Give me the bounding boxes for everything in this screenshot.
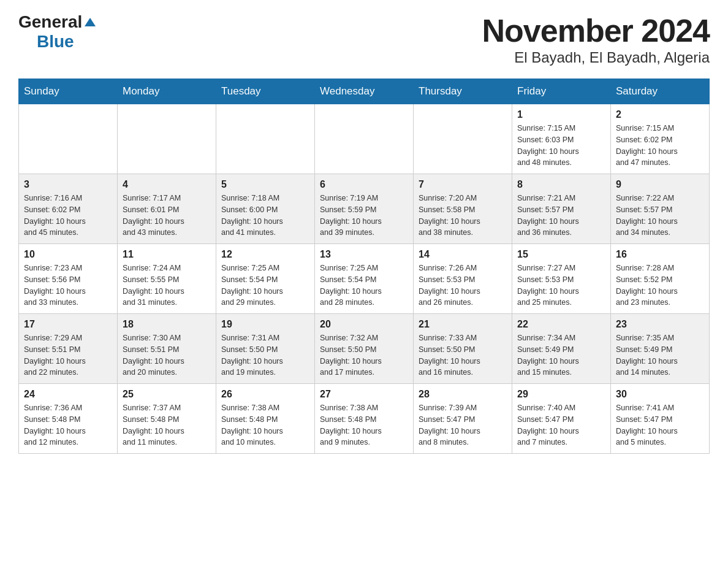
page-subtitle: El Bayadh, El Bayadh, Algeria xyxy=(482,49,710,66)
day-info: Sunrise: 7:37 AMSunset: 5:48 PMDaylight:… xyxy=(123,402,211,448)
calendar-cell xyxy=(414,104,512,174)
day-number: 8 xyxy=(517,179,605,190)
day-number: 30 xyxy=(616,389,704,400)
day-number: 2 xyxy=(616,109,704,120)
column-header-friday: Friday xyxy=(512,79,611,104)
day-info: Sunrise: 7:15 AMSunset: 6:02 PMDaylight:… xyxy=(616,123,704,169)
day-number: 24 xyxy=(24,389,112,400)
calendar-cell: 12Sunrise: 7:25 AMSunset: 5:54 PMDayligh… xyxy=(216,244,315,314)
day-number: 28 xyxy=(419,389,507,400)
day-number: 14 xyxy=(419,249,507,260)
day-info: Sunrise: 7:21 AMSunset: 5:57 PMDaylight:… xyxy=(517,193,605,239)
calendar-cell: 3Sunrise: 7:16 AMSunset: 6:02 PMDaylight… xyxy=(19,174,118,244)
calendar-week-row: 17Sunrise: 7:29 AMSunset: 5:51 PMDayligh… xyxy=(19,314,710,384)
logo: General Blue xyxy=(18,12,96,52)
calendar-cell: 14Sunrise: 7:26 AMSunset: 5:53 PMDayligh… xyxy=(414,244,512,314)
day-number: 17 xyxy=(24,319,112,330)
day-number: 18 xyxy=(123,319,211,330)
day-number: 5 xyxy=(221,179,309,190)
day-number: 22 xyxy=(517,319,605,330)
day-number: 6 xyxy=(320,179,408,190)
calendar-cell: 15Sunrise: 7:27 AMSunset: 5:53 PMDayligh… xyxy=(512,244,611,314)
calendar-cell: 20Sunrise: 7:32 AMSunset: 5:50 PMDayligh… xyxy=(315,314,414,384)
column-header-thursday: Thursday xyxy=(414,79,512,104)
day-number: 29 xyxy=(517,389,605,400)
day-info: Sunrise: 7:39 AMSunset: 5:47 PMDaylight:… xyxy=(419,402,507,448)
calendar-cell: 8Sunrise: 7:21 AMSunset: 5:57 PMDaylight… xyxy=(512,174,611,244)
column-header-tuesday: Tuesday xyxy=(216,79,315,104)
column-header-monday: Monday xyxy=(118,79,216,104)
calendar-cell: 30Sunrise: 7:41 AMSunset: 5:47 PMDayligh… xyxy=(611,384,710,454)
page-header: General Blue November 2024 El Bayadh, El… xyxy=(18,12,710,66)
day-info: Sunrise: 7:26 AMSunset: 5:53 PMDaylight:… xyxy=(419,262,507,308)
day-info: Sunrise: 7:40 AMSunset: 5:47 PMDaylight:… xyxy=(517,402,605,448)
day-number: 23 xyxy=(616,319,704,330)
column-header-wednesday: Wednesday xyxy=(315,79,414,104)
day-info: Sunrise: 7:33 AMSunset: 5:50 PMDaylight:… xyxy=(419,332,507,378)
column-header-sunday: Sunday xyxy=(19,79,118,104)
day-number: 12 xyxy=(221,249,309,260)
calendar-cell: 2Sunrise: 7:15 AMSunset: 6:02 PMDaylight… xyxy=(611,104,710,174)
day-info: Sunrise: 7:19 AMSunset: 5:59 PMDaylight:… xyxy=(320,193,408,239)
calendar-cell: 13Sunrise: 7:25 AMSunset: 5:54 PMDayligh… xyxy=(315,244,414,314)
day-number: 21 xyxy=(419,319,507,330)
day-info: Sunrise: 7:34 AMSunset: 5:49 PMDaylight:… xyxy=(517,332,605,378)
calendar-cell: 18Sunrise: 7:30 AMSunset: 5:51 PMDayligh… xyxy=(118,314,216,384)
calendar-cell: 1Sunrise: 7:15 AMSunset: 6:03 PMDaylight… xyxy=(512,104,611,174)
day-number: 25 xyxy=(123,389,211,400)
calendar-cell: 10Sunrise: 7:23 AMSunset: 5:56 PMDayligh… xyxy=(19,244,118,314)
day-info: Sunrise: 7:30 AMSunset: 5:51 PMDaylight:… xyxy=(123,332,211,378)
day-info: Sunrise: 7:31 AMSunset: 5:50 PMDaylight:… xyxy=(221,332,309,378)
calendar-cell: 26Sunrise: 7:38 AMSunset: 5:48 PMDayligh… xyxy=(216,384,315,454)
calendar-cell: 24Sunrise: 7:36 AMSunset: 5:48 PMDayligh… xyxy=(19,384,118,454)
day-info: Sunrise: 7:38 AMSunset: 5:48 PMDaylight:… xyxy=(221,402,309,448)
page-title: November 2024 xyxy=(482,12,710,49)
day-number: 4 xyxy=(123,179,211,190)
calendar-cell: 21Sunrise: 7:33 AMSunset: 5:50 PMDayligh… xyxy=(414,314,512,384)
calendar-week-row: 3Sunrise: 7:16 AMSunset: 6:02 PMDaylight… xyxy=(19,174,710,244)
day-info: Sunrise: 7:16 AMSunset: 6:02 PMDaylight:… xyxy=(24,193,112,239)
day-number: 15 xyxy=(517,249,605,260)
day-info: Sunrise: 7:24 AMSunset: 5:55 PMDaylight:… xyxy=(123,262,211,308)
svg-marker-0 xyxy=(85,18,96,26)
calendar-cell xyxy=(315,104,414,174)
calendar-cell: 5Sunrise: 7:18 AMSunset: 6:00 PMDaylight… xyxy=(216,174,315,244)
day-number: 13 xyxy=(320,249,408,260)
calendar-cell: 29Sunrise: 7:40 AMSunset: 5:47 PMDayligh… xyxy=(512,384,611,454)
day-info: Sunrise: 7:41 AMSunset: 5:47 PMDaylight:… xyxy=(616,402,704,448)
calendar-cell: 11Sunrise: 7:24 AMSunset: 5:55 PMDayligh… xyxy=(118,244,216,314)
day-number: 11 xyxy=(123,249,211,260)
calendar-week-row: 10Sunrise: 7:23 AMSunset: 5:56 PMDayligh… xyxy=(19,244,710,314)
day-number: 26 xyxy=(221,389,309,400)
day-info: Sunrise: 7:22 AMSunset: 5:57 PMDaylight:… xyxy=(616,193,704,239)
calendar-cell: 19Sunrise: 7:31 AMSunset: 5:50 PMDayligh… xyxy=(216,314,315,384)
day-info: Sunrise: 7:25 AMSunset: 5:54 PMDaylight:… xyxy=(320,262,408,308)
day-info: Sunrise: 7:32 AMSunset: 5:50 PMDaylight:… xyxy=(320,332,408,378)
calendar-table: SundayMondayTuesdayWednesdayThursdayFrid… xyxy=(18,79,710,454)
day-number: 27 xyxy=(320,389,408,400)
day-info: Sunrise: 7:25 AMSunset: 5:54 PMDaylight:… xyxy=(221,262,309,308)
day-info: Sunrise: 7:29 AMSunset: 5:51 PMDaylight:… xyxy=(24,332,112,378)
calendar-cell: 23Sunrise: 7:35 AMSunset: 5:49 PMDayligh… xyxy=(611,314,710,384)
logo-blue-text: Blue xyxy=(37,32,74,51)
day-info: Sunrise: 7:18 AMSunset: 6:00 PMDaylight:… xyxy=(221,193,309,239)
day-number: 3 xyxy=(24,179,112,190)
day-info: Sunrise: 7:28 AMSunset: 5:52 PMDaylight:… xyxy=(616,262,704,308)
calendar-cell: 9Sunrise: 7:22 AMSunset: 5:57 PMDaylight… xyxy=(611,174,710,244)
day-info: Sunrise: 7:27 AMSunset: 5:53 PMDaylight:… xyxy=(517,262,605,308)
day-number: 19 xyxy=(221,319,309,330)
day-number: 20 xyxy=(320,319,408,330)
calendar-cell: 27Sunrise: 7:38 AMSunset: 5:48 PMDayligh… xyxy=(315,384,414,454)
day-info: Sunrise: 7:20 AMSunset: 5:58 PMDaylight:… xyxy=(419,193,507,239)
day-number: 9 xyxy=(616,179,704,190)
calendar-cell xyxy=(19,104,118,174)
calendar-cell: 6Sunrise: 7:19 AMSunset: 5:59 PMDaylight… xyxy=(315,174,414,244)
calendar-cell: 16Sunrise: 7:28 AMSunset: 5:52 PMDayligh… xyxy=(611,244,710,314)
calendar-cell: 28Sunrise: 7:39 AMSunset: 5:47 PMDayligh… xyxy=(414,384,512,454)
column-header-saturday: Saturday xyxy=(611,79,710,104)
day-info: Sunrise: 7:15 AMSunset: 6:03 PMDaylight:… xyxy=(517,123,605,169)
day-info: Sunrise: 7:38 AMSunset: 5:48 PMDaylight:… xyxy=(320,402,408,448)
calendar-cell: 17Sunrise: 7:29 AMSunset: 5:51 PMDayligh… xyxy=(19,314,118,384)
logo-general-text: General xyxy=(18,12,82,32)
day-number: 16 xyxy=(616,249,704,260)
